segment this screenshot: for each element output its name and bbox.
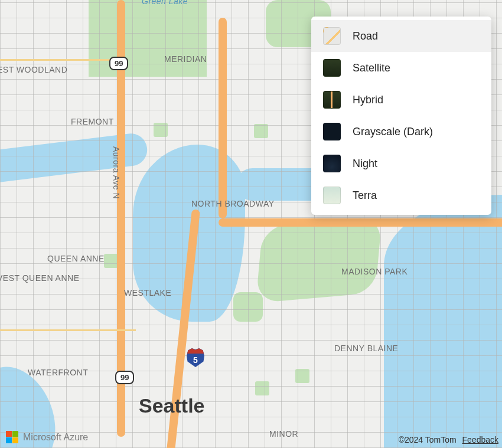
park-small [295,369,309,383]
water-lake-washington [384,195,502,448]
highway-i5 [219,18,227,218]
style-swatch-icon [323,123,341,140]
park-small [154,123,168,137]
park-woodland [89,0,207,77]
style-option-road[interactable]: Road [311,20,491,52]
style-option-label: Satellite [353,62,390,74]
map-attribution: Microsoft Azure [6,431,88,443]
water-ship-canal [0,132,149,184]
style-option-hybrid[interactable]: Hybrid [311,84,491,116]
style-option-label: Grayscale (Dark) [353,126,433,138]
map-copyright: ©2024 TomTom Feedback [399,435,498,444]
arterial [0,59,118,61]
interstate-shield-icon: 5 [187,348,204,367]
neighborhood-label: QUEEN ANNE [47,254,105,263]
style-option-terra[interactable]: Terra [311,179,491,211]
copyright-text: ©2024 TomTom [399,435,457,444]
park-arboretum [256,217,382,303]
style-option-label: Terra [353,189,377,202]
park-small [255,381,269,395]
route-shield-icon: 99 [109,57,128,70]
highway-520 [219,218,502,227]
park-small [104,254,118,268]
map-style-picker: RoadSatelliteHybridGrayscale (Dark)Night… [311,17,491,215]
route-shield-icon: 99 [115,371,134,384]
style-swatch-icon [323,187,341,204]
style-option-night[interactable]: Night [311,148,491,179]
brand-text: Microsoft Azure [23,432,88,443]
style-swatch-icon [323,91,341,109]
style-swatch-icon [323,27,341,45]
style-option-grayscale-dark-[interactable]: Grayscale (Dark) [311,116,491,148]
style-swatch-icon [323,59,341,77]
style-option-label: Night [353,158,377,170]
park-small [254,124,268,138]
map-canvas[interactable]: EST WOODLANDMERIDIANFREMONTNORTH BROADWA… [0,0,502,448]
park-volunteer [233,292,263,322]
arterial [0,329,136,331]
neighborhood-label: MINOR [269,429,298,439]
microsoft-logo-icon [6,431,18,443]
style-option-label: Hybrid [353,94,383,106]
feedback-link[interactable]: Feedback [462,435,498,444]
neighborhood-label: WATERFRONT [28,368,88,377]
neighborhood-label: EST WOODLAND [0,65,67,74]
style-option-label: Road [353,30,378,42]
neighborhood-label: FREMONT [71,117,114,126]
style-swatch-icon [323,155,341,172]
neighborhood-label: VEST QUEEN ANNE [0,273,80,283]
style-option-satellite[interactable]: Satellite [311,52,491,84]
